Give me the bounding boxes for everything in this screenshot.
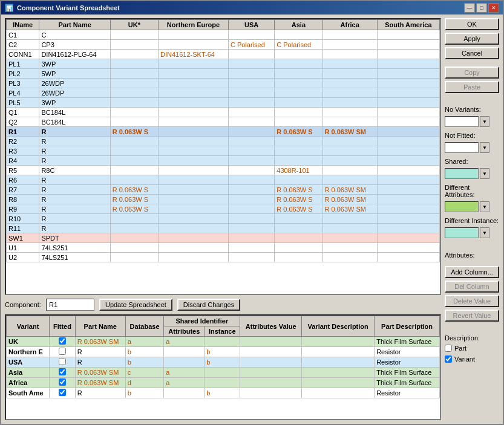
shared-dropdown[interactable]: ▼	[480, 168, 489, 179]
main-header-part-name: Part Name	[39, 20, 110, 30]
ok-button[interactable]: OK	[445, 18, 499, 30]
table-row[interactable]: C2CP3C PolarisedC Polarised	[7, 40, 440, 50]
table-cell	[110, 69, 158, 79]
detail-cell-fitted[interactable]	[50, 357, 76, 368]
table-cell	[275, 108, 322, 117]
fitted-checkbox[interactable]	[59, 348, 66, 355]
table-row[interactable]: R3R	[7, 146, 440, 156]
table-row[interactable]: R7RR 0.063W SR 0.063W SR 0.063W SM	[7, 185, 440, 195]
detail-header-shared: Shared Identifier	[164, 316, 240, 326]
table-row[interactable]: R1RR 0.063W SR 0.063W SR 0.063W SM	[7, 127, 440, 137]
table-cell	[322, 137, 377, 146]
detail-row[interactable]: South AmeRbbResistor	[7, 388, 440, 398]
table-cell	[159, 146, 229, 156]
table-row[interactable]: R6R	[7, 175, 440, 185]
maximize-button[interactable]: □	[476, 3, 487, 13]
fitted-checkbox[interactable]	[59, 358, 66, 365]
detail-header-attributes: Attributes	[164, 326, 205, 337]
copy-button[interactable]: Copy	[445, 67, 499, 79]
table-cell	[228, 204, 274, 214]
table-cell: R	[39, 214, 110, 224]
cancel-button[interactable]: Cancel	[445, 47, 499, 59]
detail-row[interactable]: USARbbResistor	[7, 357, 440, 368]
table-cell	[159, 127, 229, 137]
table-row[interactable]: PL53WP	[7, 98, 440, 108]
detail-header-partdesc: Part Description	[375, 316, 440, 337]
no-variants-color[interactable]	[445, 116, 479, 127]
table-cell	[228, 88, 274, 98]
shared-color[interactable]	[445, 168, 479, 179]
detail-row[interactable]: AfricaR 0.063W SMdaThick Film Surface	[7, 378, 440, 388]
close-button[interactable]: ✕	[488, 3, 499, 13]
fitted-checkbox[interactable]	[59, 337, 66, 345]
table-cell	[377, 166, 439, 175]
table-row[interactable]: PL426WDP	[7, 88, 440, 98]
table-row[interactable]: PL25WP	[7, 69, 440, 79]
table-row[interactable]: R10R	[7, 214, 440, 224]
no-variants-dropdown[interactable]: ▼	[480, 116, 489, 127]
detail-row[interactable]: UKR 0.063W SMaaThick Film Surface	[7, 337, 440, 347]
table-cell	[275, 243, 322, 253]
revert-value-button[interactable]: Revert Value	[445, 310, 499, 322]
detail-cell-instance: b	[205, 388, 240, 398]
fitted-checkbox[interactable]	[59, 368, 66, 375]
discard-changes-button[interactable]: Discard Changes	[177, 299, 240, 311]
table-cell: R 0.063W SM	[322, 204, 377, 214]
variant-checkbox[interactable]	[445, 355, 452, 363]
detail-cell-fitted[interactable]	[50, 347, 76, 357]
detail-row[interactable]: AsiaR 0.063W SMcaThick Film Surface	[7, 368, 440, 378]
detail-cell-instance	[205, 378, 240, 388]
detail-cell-fitted[interactable]	[50, 388, 76, 398]
part-checkbox[interactable]	[445, 345, 452, 352]
table-row[interactable]: R8RR 0.063W SR 0.063W SR 0.063W SM	[7, 195, 440, 204]
table-row[interactable]: Q1BC184L	[7, 108, 440, 117]
detail-header-fitted: Fitted	[50, 316, 76, 337]
minimize-button[interactable]: —	[464, 3, 475, 13]
fitted-checkbox[interactable]	[59, 389, 66, 396]
delete-value-button[interactable]: Delete Value	[445, 295, 499, 307]
table-row[interactable]: U274LS251	[7, 253, 440, 262]
table-row[interactable]: R4R	[7, 156, 440, 166]
table-row[interactable]: CONN1DIN41612-PLG-64DIN41612-SKT-64	[7, 50, 440, 59]
table-row[interactable]: R5R8C4308R-101	[7, 166, 440, 175]
paste-button[interactable]: Paste	[445, 81, 499, 93]
table-cell	[377, 69, 439, 79]
table-cell: R7	[7, 185, 39, 195]
table-row[interactable]: R2R	[7, 137, 440, 146]
table-row[interactable]: R11R	[7, 224, 440, 233]
table-cell: R4	[7, 156, 39, 166]
fitted-checkbox[interactable]	[59, 378, 66, 386]
table-cell: R	[39, 146, 110, 156]
table-row[interactable]: PL326WDP	[7, 79, 440, 88]
update-spreadsheet-button[interactable]: Update Spreadsheet	[99, 299, 172, 311]
table-row[interactable]: C1C	[7, 30, 440, 40]
table-row[interactable]: PL13WP	[7, 59, 440, 69]
table-cell	[110, 233, 158, 243]
detail-container[interactable]: Variant Fitted Part Name Database Shared…	[5, 314, 441, 420]
table-cell	[275, 175, 322, 185]
detail-cell-fitted[interactable]	[50, 378, 76, 388]
window-title: Component Variant Spreadsheet	[17, 4, 460, 11]
different-attributes-dropdown[interactable]: ▼	[480, 201, 489, 212]
table-row[interactable]: SW1SPDT	[7, 233, 440, 243]
table-row[interactable]: Q2BC184L	[7, 117, 440, 127]
table-cell	[377, 243, 439, 253]
table-row[interactable]: U174LS251	[7, 243, 440, 253]
table-row[interactable]: R9RR 0.063W SR 0.063W SR 0.063W SM	[7, 204, 440, 214]
detail-cell-fitted[interactable]	[50, 368, 76, 378]
different-instance-color[interactable]	[445, 227, 479, 238]
spreadsheet-container[interactable]: INamePart NameUK*Northern EuropeUSAAsiaA…	[5, 18, 441, 295]
del-column-button[interactable]: Del Column	[445, 281, 499, 293]
table-cell	[322, 166, 377, 175]
detail-cell-fitted[interactable]	[50, 337, 76, 347]
different-instance-dropdown[interactable]: ▼	[480, 227, 489, 238]
not-fitted-color[interactable]	[445, 142, 479, 153]
table-cell	[377, 59, 439, 69]
not-fitted-dropdown[interactable]: ▼	[480, 142, 489, 153]
detail-header-database: Database	[125, 316, 164, 337]
detail-row[interactable]: Northern ERbbResistor	[7, 347, 440, 357]
detail-cell-instance	[205, 337, 240, 347]
apply-button[interactable]: Apply	[445, 33, 499, 45]
different-attributes-color[interactable]	[445, 201, 479, 212]
add-column-button[interactable]: Add Column...	[445, 266, 499, 278]
